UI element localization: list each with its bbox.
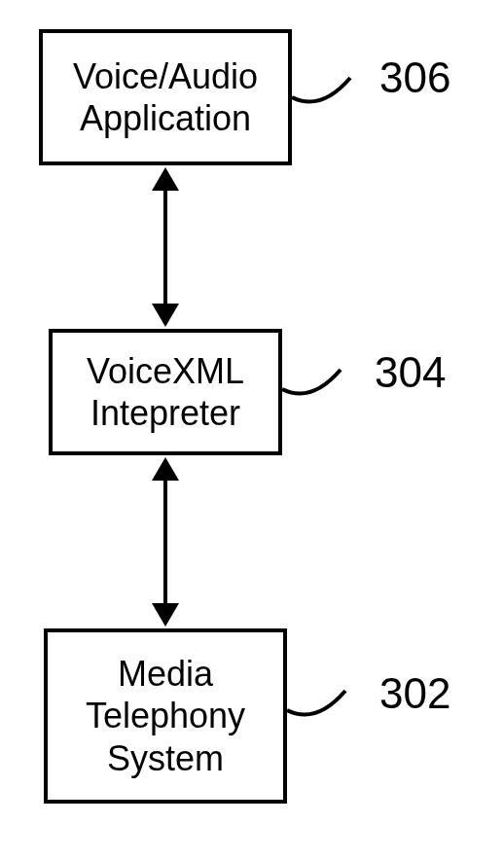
leader-306 (292, 68, 370, 117)
arrowhead-up-1 (152, 167, 179, 191)
leader-302 (287, 681, 365, 730)
diagram-canvas: Voice/Audio Application 306 VoiceXML Int… (0, 0, 504, 860)
box-top-line1: Voice/Audio (73, 56, 258, 96)
box-middle-line2: Intepreter (90, 393, 240, 433)
box-voicexml-interpreter: VoiceXML Intepreter (49, 329, 282, 455)
box-media-telephony-system: Media Telephony System (44, 628, 287, 804)
ref-label-302: 302 (379, 669, 450, 718)
box-bottom-line2: Telephony (86, 696, 245, 735)
box-top-text: Voice/Audio Application (73, 55, 258, 139)
arrowhead-up-2 (152, 457, 179, 481)
box-bottom-line1: Media (118, 654, 213, 694)
ref-label-304: 304 (375, 348, 446, 397)
connector-1 (163, 189, 167, 305)
box-top-line2: Application (80, 98, 251, 138)
box-middle-line1: VoiceXML (87, 351, 244, 391)
box-voice-audio-application: Voice/Audio Application (39, 29, 292, 165)
box-middle-text: VoiceXML Intepreter (87, 350, 244, 434)
box-bottom-line3: System (107, 738, 224, 778)
ref-label-306: 306 (379, 54, 450, 102)
connector-2 (163, 479, 167, 605)
arrowhead-down-2 (152, 603, 179, 627)
box-bottom-text: Media Telephony System (86, 653, 245, 779)
leader-304 (282, 360, 360, 409)
arrowhead-down-1 (152, 304, 179, 327)
